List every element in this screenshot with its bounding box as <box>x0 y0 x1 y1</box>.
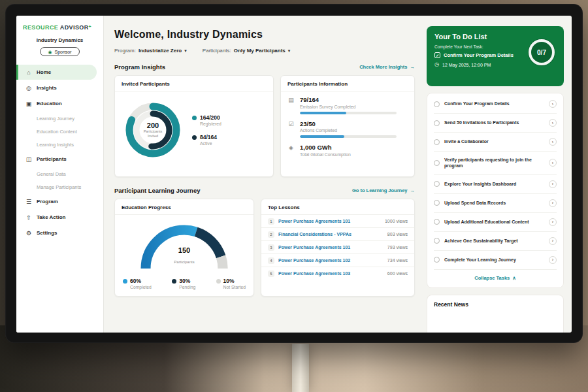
task-label: Verify participants requesting to join t… <box>444 157 544 169</box>
task-checkbox[interactable] <box>434 181 440 187</box>
chevron-right-icon[interactable]: › <box>549 159 557 167</box>
task-checkbox[interactable] <box>434 257 440 263</box>
lesson-link[interactable]: Power Purchase Agreements 101 <box>278 219 381 223</box>
sidebar-item-participants[interactable]: ◫ Participants <box>16 152 97 167</box>
lesson-link[interactable]: Power Purchase Agreements 102 <box>278 258 384 263</box>
task-label: Invite a Collaborator <box>444 139 544 144</box>
lesson-row: 5 Power Purchase Agreements 103 600 view… <box>261 267 414 280</box>
filters-row: Program: Industrialize Zero ▾ Participan… <box>114 48 415 54</box>
task-item[interactable]: Achieve One Sustainability Target › <box>434 232 557 251</box>
task-item[interactable]: Explore Your Insights Dashboard › <box>434 175 557 194</box>
participants-information-title: Participants Information <box>281 76 414 91</box>
task-item[interactable]: Complete Your Learning Journey › <box>434 251 557 270</box>
invited-legend: 164/200 Registered 84/164 Active <box>192 114 221 146</box>
chevron-right-icon[interactable]: › <box>549 199 557 207</box>
sidebar-item-take-action[interactable]: ⇧ Take Action <box>16 210 97 225</box>
logo-plus: + <box>89 24 92 29</box>
lesson-link[interactable]: Power Purchase Agreements 103 <box>278 271 384 276</box>
education-progress-card: Education Progress <box>114 199 254 297</box>
program-icon: ☰ <box>25 199 32 205</box>
sponsor-badge[interactable]: ◉ Sponsor <box>40 47 79 56</box>
active-label: Active <box>200 141 217 146</box>
chevron-right-icon[interactable]: › <box>549 256 557 264</box>
task-item[interactable]: Upload Additional Educational Content › <box>434 213 557 232</box>
take-action-icon: ⇧ <box>25 214 32 221</box>
sidebar-item-home[interactable]: ⌂ Home <box>16 65 97 80</box>
participants-filter[interactable]: Participants: Only My Participants ▾ <box>203 48 291 54</box>
task-checkbox[interactable] <box>434 139 440 145</box>
check-icon: ✓ <box>434 52 440 58</box>
program-insights-header: Program Insights Check More Insights → <box>114 63 415 71</box>
sidebar-item-program[interactable]: ☰ Program <box>16 194 97 209</box>
sidebar-item-insights[interactable]: ◎ Insights <box>16 80 97 95</box>
actions-completed-row: ☑ 23/50 Actions Completed <box>287 120 408 139</box>
learning-journey-title: Participant Learning Journey <box>114 187 200 194</box>
sidebar-item-label: Education <box>37 101 62 106</box>
task-item[interactable]: Verify participants requesting to join t… <box>434 152 557 175</box>
collapse-label: Collapse Tasks <box>474 275 510 281</box>
task-item[interactable]: Send 50 Invitations to Participants › <box>434 114 557 133</box>
dashboard-screen: RESOURCE ADVISOR+ Industry Dynamics ◉ Sp… <box>16 16 572 333</box>
task-item[interactable]: Invite a Collaborator › <box>434 133 557 152</box>
task-checkbox[interactable] <box>434 120 440 126</box>
program-insights-title: Program Insights <box>114 63 165 71</box>
todo-due-label: 12 May 2025, 12:00 PM <box>442 63 491 67</box>
logo-resource: RESOURCE <box>23 24 58 31</box>
todo-summary-card: Your To Do List Complete Your Next Task:… <box>427 26 564 86</box>
task-label: Confirm Your Program Details <box>444 101 544 106</box>
chevron-right-icon[interactable]: › <box>549 218 557 226</box>
sidebar-item-label: Home <box>37 69 51 75</box>
donut-center-value: 200 <box>147 122 159 129</box>
todo-progress-value: 0/7 <box>526 37 557 68</box>
task-checkbox[interactable] <box>434 238 440 244</box>
chevron-right-icon[interactable]: › <box>549 119 557 127</box>
emission-survey-label: Emission Survey Completed <box>300 105 397 109</box>
task-item[interactable]: Confirm Your Program Details › <box>434 95 557 114</box>
sidebar-item-manage-participants[interactable]: Manage Participants <box>16 180 103 193</box>
sidebar-item-learning-journey[interactable]: Learning Journey <box>16 112 103 125</box>
task-checkbox[interactable] <box>434 200 440 206</box>
task-checkbox[interactable] <box>434 219 440 225</box>
sidebar-item-label: Participants <box>37 156 67 162</box>
emission-survey-value: 79/164 <box>300 96 397 103</box>
lesson-views: 803 views <box>387 232 408 237</box>
actions-progressbar <box>300 135 397 138</box>
lesson-link[interactable]: Power Purchase Agreements 101 <box>278 245 384 250</box>
completed-value: 60% <box>130 278 152 284</box>
sidebar-item-label: Settings <box>37 230 57 236</box>
chevron-right-icon[interactable]: › <box>549 100 557 108</box>
collapse-tasks-link[interactable]: Collapse Tasks ∧ <box>434 270 557 286</box>
sidebar-item-general-data[interactable]: General Data <box>16 167 103 180</box>
chevron-down-icon: ▾ <box>288 48 291 54</box>
chevron-right-icon[interactable]: › <box>549 138 557 146</box>
registered-dot <box>192 116 197 120</box>
chevron-right-icon[interactable]: › <box>549 180 557 188</box>
participants-information-card: Participants Information ▤ 79/164 Emissi… <box>280 75 415 177</box>
todo-next-task[interactable]: ✓ Confirm Your Program Details <box>434 52 526 58</box>
not-started-label: Not Started <box>223 285 246 289</box>
pending-value: 30% <box>179 278 195 284</box>
monitor-stand <box>292 344 309 392</box>
gauge-center-caption: Participants <box>174 260 194 264</box>
lesson-row: 3 Power Purchase Agreements 101 793 view… <box>261 241 414 254</box>
top-lessons-card: Top Lessons 1 Power Purchase Agreements … <box>261 199 415 297</box>
lesson-rank: 3 <box>268 244 274 251</box>
completed-label: Completed <box>130 285 152 289</box>
task-checkbox[interactable] <box>434 101 440 107</box>
chevron-right-icon[interactable]: › <box>549 237 557 245</box>
legend-completed: 60% Completed <box>123 278 152 289</box>
sidebar-item-education-content[interactable]: Education Content <box>16 125 103 138</box>
go-to-learning-journey-link[interactable]: Go to Learning Journey → <box>352 188 415 193</box>
not-started-value: 10% <box>223 278 246 284</box>
task-label: Achieve One Sustainability Target <box>444 238 544 244</box>
sidebar-item-education[interactable]: ▣ Education <box>16 96 97 111</box>
actions-value: 23/50 <box>300 120 397 127</box>
task-item[interactable]: Upload Spend Data Records › <box>434 194 557 213</box>
check-more-insights-link[interactable]: Check More Insights → <box>359 64 415 70</box>
sidebar-item-learning-insights[interactable]: Learning Insights <box>16 138 103 151</box>
sidebar-item-settings[interactable]: ⚙ Settings <box>16 225 97 240</box>
program-filter[interactable]: Program: Industrialize Zero ▾ <box>114 48 187 54</box>
recent-news-title: Recent News <box>434 301 557 308</box>
lesson-link[interactable]: Financial Considerations - VPPAs <box>278 232 384 237</box>
task-checkbox[interactable] <box>434 160 440 166</box>
